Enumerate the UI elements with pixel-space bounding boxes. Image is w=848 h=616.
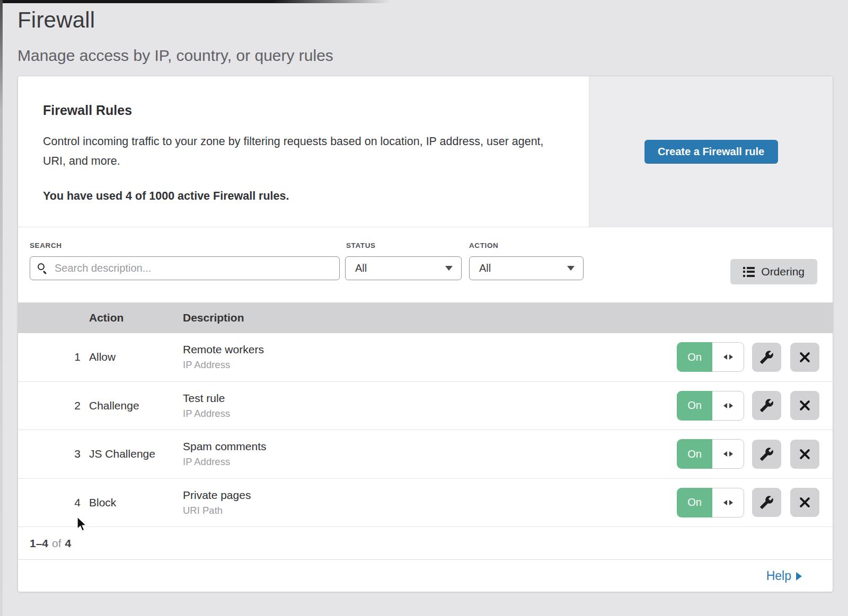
delete-rule-button[interactable] [790, 343, 819, 372]
rule-description: Spam comments [183, 440, 677, 453]
intro-text: Firewall Rules Control incoming traffic … [18, 76, 589, 227]
help-link[interactable]: Help [766, 569, 802, 583]
create-firewall-rule-button[interactable]: Create a Firewall rule [644, 140, 778, 164]
rule-enabled-toggle[interactable]: On [677, 342, 744, 372]
search-icon [38, 263, 45, 270]
intro-section: Firewall Rules Control incoming traffic … [18, 76, 833, 227]
arrow-right-icon [729, 403, 733, 408]
status-selected-value: All [355, 262, 367, 274]
create-rule-panel: Create a Firewall rule [589, 76, 833, 227]
wrench-icon [759, 350, 774, 364]
rule-controls: On [677, 488, 833, 517]
rule-description-cell: Remote workers IP Address [183, 343, 677, 371]
ordering-button-label: Ordering [761, 265, 805, 278]
delete-rule-button[interactable] [790, 391, 819, 420]
edit-rule-button[interactable] [752, 488, 781, 517]
wrench-icon [759, 495, 774, 510]
edit-rule-button[interactable] [752, 391, 781, 420]
rule-priority: 3 [18, 448, 89, 460]
pagination-range: 1–4 [30, 537, 48, 550]
pagination-of: of [52, 537, 61, 550]
rule-description: Test rule [183, 392, 677, 405]
rule-controls: On [677, 439, 833, 469]
table-header: Action Description [18, 302, 833, 333]
page-header: Firewall Manage access by IP, country, o… [0, 0, 848, 65]
delete-rule-button[interactable] [790, 440, 819, 469]
rule-enabled-toggle[interactable]: On [677, 391, 744, 421]
card-footer: Help [18, 560, 833, 592]
table-row: 3 JS Challenge Spam comments IP Address … [18, 430, 833, 479]
rule-match-type: IP Address [183, 408, 677, 419]
action-column-header: Action [89, 311, 183, 324]
action-selected-value: All [479, 262, 491, 274]
arrow-left-icon [723, 500, 727, 505]
delete-rule-button[interactable] [790, 488, 819, 517]
help-link-label: Help [766, 569, 791, 583]
search-field-wrap [30, 256, 340, 280]
description-column-header: Description [183, 311, 677, 324]
arrow-left-icon [723, 451, 727, 457]
toggle-on-label[interactable]: On [677, 488, 712, 517]
card-description: Control incoming traffic to your zone by… [43, 132, 546, 171]
window-edge-top [0, 0, 390, 3]
ordered-list-icon [743, 267, 755, 277]
wrench-icon [759, 447, 774, 461]
search-input[interactable] [30, 256, 340, 280]
wrench-icon [759, 398, 774, 413]
pagination-total: 4 [65, 537, 72, 550]
rule-description-cell: Private pages URI Path [183, 489, 677, 516]
arrow-left-icon [723, 403, 727, 408]
arrow-left-icon [723, 354, 727, 360]
table-row: 2 Challenge Test rule IP Address On [18, 382, 833, 431]
filter-bar: SEARCH STATUS ACTION All All Ordering [18, 227, 833, 302]
rule-match-type: IP Address [183, 456, 677, 468]
ordering-button[interactable]: Ordering [730, 259, 817, 284]
arrow-right-icon [729, 500, 733, 505]
chevron-down-icon [445, 266, 453, 271]
chevron-down-icon [567, 266, 575, 271]
rule-action: Allow [89, 351, 183, 363]
status-label: STATUS [346, 242, 376, 249]
toggle-handle[interactable] [712, 342, 744, 372]
card-heading: Firewall Rules [43, 103, 589, 118]
status-select[interactable]: All [345, 256, 462, 280]
table-row: 1 Allow Remote workers IP Address On [18, 333, 833, 382]
rule-action: JS Challenge [89, 448, 183, 460]
window-edge-left [0, 0, 3, 616]
close-icon [798, 448, 811, 461]
rule-action: Challenge [89, 399, 183, 412]
rule-enabled-toggle[interactable]: On [677, 439, 744, 469]
rule-description: Remote workers [183, 343, 677, 356]
rule-match-type: IP Address [183, 359, 677, 371]
search-label: SEARCH [30, 242, 62, 249]
rule-priority: 1 [18, 351, 89, 363]
pagination: 1–4 of 4 [18, 527, 833, 560]
close-icon [798, 351, 811, 364]
action-select[interactable]: All [469, 256, 584, 280]
rule-action: Block [89, 496, 183, 509]
close-icon [798, 496, 811, 509]
usage-summary: You have used 4 of 1000 active Firewall … [43, 190, 589, 203]
rule-priority: 2 [18, 399, 89, 412]
toggle-on-label[interactable]: On [677, 342, 712, 372]
rule-description: Private pages [183, 489, 677, 502]
arrow-right-icon [729, 354, 733, 360]
mouse-cursor [76, 516, 87, 532]
arrow-right-icon [796, 572, 802, 581]
firewall-rules-card: Firewall Rules Control incoming traffic … [17, 76, 833, 592]
edit-rule-button[interactable] [752, 343, 781, 372]
rule-match-type: URI Path [183, 505, 677, 516]
toggle-on-label[interactable]: On [677, 391, 712, 421]
toggle-handle[interactable] [712, 488, 744, 517]
action-label: ACTION [469, 242, 498, 249]
edit-rule-button[interactable] [752, 440, 781, 469]
toggle-on-label[interactable]: On [677, 439, 712, 469]
rules-list: 1 Allow Remote workers IP Address On [18, 333, 833, 527]
table-row: 4 Block Private pages URI Path On [18, 479, 833, 528]
arrow-right-icon [729, 451, 733, 457]
toggle-handle[interactable] [712, 391, 744, 421]
rule-description-cell: Spam comments IP Address [183, 440, 677, 468]
toggle-handle[interactable] [712, 439, 744, 469]
rule-enabled-toggle[interactable]: On [677, 488, 744, 517]
rule-description-cell: Test rule IP Address [183, 392, 677, 419]
